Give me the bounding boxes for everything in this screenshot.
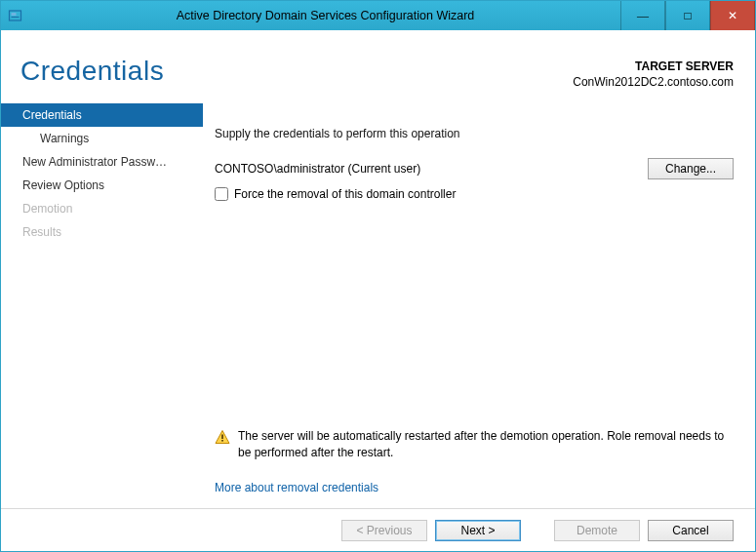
current-user-text: CONTOSO\administrator (Current user) [215,162,648,176]
window-root: Active Directory Domain Services Configu… [0,0,756,552]
next-button[interactable]: Next > [435,520,521,541]
step-credentials[interactable]: Credentials [1,103,203,127]
close-button[interactable]: ✕ [710,1,755,30]
footer: < Previous Next > Demote Cancel [1,508,755,551]
body: Credentials Warnings New Administrator P… [1,103,755,508]
force-removal-label[interactable]: Force the removal of this domain control… [234,187,456,201]
target-server-block: TARGET SERVER ConWin2012DC2.contoso.com [573,56,734,90]
main-panel: Supply the credentials to perform this o… [203,103,755,508]
step-warnings[interactable]: Warnings [1,127,203,150]
force-removal-checkbox[interactable] [215,187,228,201]
window-title: Active Directory Domain Services Configu… [30,1,620,30]
svg-rect-1 [12,13,17,16]
svg-rect-4 [221,435,223,440]
window-controls: — □ ✕ [620,1,755,30]
instruction-text: Supply the credentials to perform this o… [215,127,734,140]
content: Credentials TARGET SERVER ConWin2012DC2.… [1,30,755,551]
target-server-label: TARGET SERVER [573,59,734,75]
page-title: Credentials [20,56,573,90]
step-results: Results [1,220,203,244]
step-demotion: Demotion [1,197,203,220]
wizard-steps: Credentials Warnings New Administrator P… [1,103,203,508]
step-review-options[interactable]: Review Options [1,174,203,197]
restart-warning: The server will be automatically restart… [215,428,734,461]
app-icon [1,1,30,30]
maximize-button[interactable]: □ [665,1,710,30]
titlebar[interactable]: Active Directory Domain Services Configu… [1,1,755,30]
previous-button: < Previous [341,520,427,541]
restart-warning-text: The server will be automatically restart… [238,428,734,461]
more-about-link[interactable]: More about removal credentials [215,481,378,494]
target-server-value: ConWin2012DC2.contoso.com [573,75,734,91]
credentials-row: CONTOSO\administrator (Current user) Cha… [215,158,734,179]
svg-rect-5 [221,440,223,442]
step-new-admin-password[interactable]: New Administrator Passw… [1,150,203,174]
cancel-button[interactable]: Cancel [648,520,734,541]
page-header: Credentials TARGET SERVER ConWin2012DC2.… [1,30,755,90]
force-removal-row: Force the removal of this domain control… [215,187,734,201]
change-button[interactable]: Change... [648,158,734,179]
demote-button: Demote [554,520,640,541]
minimize-button[interactable]: — [620,1,665,30]
warning-icon [215,428,230,445]
lower-area: The server will be automatically restart… [215,428,734,494]
svg-rect-2 [12,17,20,18]
